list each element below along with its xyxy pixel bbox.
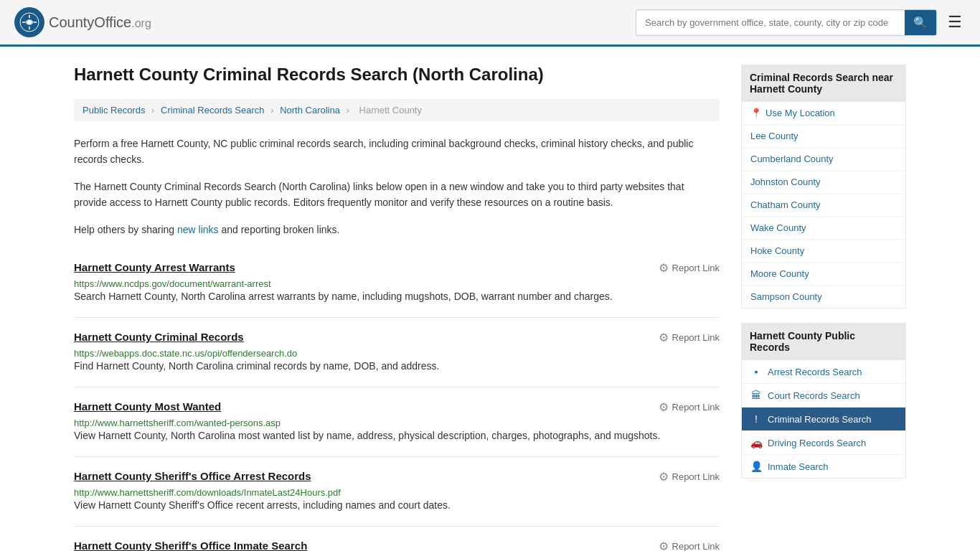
result-item: Harnett County Criminal Records ⚙ Report…	[74, 318, 720, 387]
result-url-3[interactable]: http://www.harnettsheriff.com/downloads/…	[74, 487, 341, 498]
result-title-3[interactable]: Harnett County Sheriff's Office Arrest R…	[74, 470, 311, 482]
result-desc-0: Search Harnett County, North Carolina ar…	[74, 289, 720, 304]
result-desc-3: View Harnett County Sheriff's Office rec…	[74, 498, 720, 513]
search-input[interactable]	[636, 11, 905, 34]
nearby-county-item: Johnston County	[742, 171, 905, 194]
nearby-county-item: Cumberland County	[742, 148, 905, 171]
nearby-county-link-5[interactable]: Hoke County	[742, 240, 905, 263]
pub-rec-item: 👤Inmate Search	[742, 455, 905, 478]
page-title: Harnett County Criminal Records Search (…	[74, 65, 720, 85]
nearby-county-item: Lee County	[742, 125, 905, 148]
nearby-county-item: Wake County	[742, 217, 905, 240]
pub-rec-link-3[interactable]: 🚗Driving Records Search	[742, 431, 905, 454]
nearby-county-link-0[interactable]: Lee County	[742, 125, 905, 148]
results-list: Harnett County Arrest Warrants ⚙ Report …	[74, 248, 720, 551]
result-url-0[interactable]: https://www.ncdps.gov/document/warrant-a…	[74, 278, 271, 289]
pub-rec-link-4[interactable]: 👤Inmate Search	[742, 455, 905, 478]
report-icon: ⚙	[659, 331, 669, 344]
report-link-0[interactable]: ⚙ Report Link	[659, 261, 720, 275]
pub-rec-item: !Criminal Records Search	[742, 408, 905, 431]
report-link-4[interactable]: ⚙ Report Link	[659, 540, 720, 551]
result-url-2[interactable]: http://www.harnettsheriff.com/wanted-per…	[74, 418, 281, 428]
result-title-2[interactable]: Harnett County Most Wanted	[74, 400, 221, 413]
result-url-1[interactable]: https://webapps.doc.state.nc.us/opi/offe…	[74, 348, 297, 359]
result-header: Harnett County Arrest Warrants ⚙ Report …	[74, 261, 720, 275]
nearby-county-link-1[interactable]: Cumberland County	[742, 148, 905, 171]
breadcrumb-public-records[interactable]: Public Records	[83, 105, 145, 116]
pub-rec-link-0[interactable]: ▪Arrest Records Search	[742, 360, 905, 383]
result-item: Harnett County Most Wanted ⚙ Report Link…	[74, 387, 720, 457]
nearby-county-item: Moore County	[742, 263, 905, 286]
report-icon: ⚙	[659, 400, 669, 414]
result-title-4[interactable]: Harnett County Sheriff's Office Inmate S…	[74, 540, 307, 551]
content-area: Harnett County Criminal Records Search (…	[74, 65, 720, 551]
header-right: 🔍 ☰	[636, 9, 966, 36]
nearby-list: 📍Use My Location Lee CountyCumberland Co…	[741, 102, 906, 309]
breadcrumb: Public Records › Criminal Records Search…	[74, 99, 720, 121]
logo-text: CountyOffice.org	[49, 14, 151, 31]
nearby-county-item: Hoke County	[742, 240, 905, 263]
result-header: Harnett County Most Wanted ⚙ Report Link	[74, 400, 720, 414]
report-icon: ⚙	[659, 470, 669, 484]
search-bar: 🔍	[636, 9, 937, 36]
result-item: Harnett County Sheriff's Office Arrest R…	[74, 457, 720, 527]
new-links-link[interactable]: new links	[177, 224, 219, 235]
main-container: Harnett County Criminal Records Search (…	[60, 47, 920, 551]
svg-point-1	[27, 20, 32, 24]
pub-rec-icon-0: ▪	[750, 366, 762, 377]
header: CountyOffice.org 🔍 ☰	[0, 0, 980, 47]
description-3: Help others by sharing new links and rep…	[74, 222, 720, 237]
search-button[interactable]: 🔍	[905, 10, 936, 35]
sidebar: Criminal Records Search near Harnett Cou…	[741, 65, 906, 551]
description-2: The Harnett County Criminal Records Sear…	[74, 179, 720, 211]
use-my-location-item: 📍Use My Location	[742, 102, 905, 125]
result-item: Harnett County Sheriff's Office Inmate S…	[74, 527, 720, 551]
public-records-header: Harnett County Public Records	[741, 323, 906, 360]
nearby-county-link-3[interactable]: Chatham County	[742, 194, 905, 217]
nearby-county-link-4[interactable]: Wake County	[742, 217, 905, 240]
result-item: Harnett County Arrest Warrants ⚙ Report …	[74, 248, 720, 318]
result-header: Harnett County Sheriff's Office Arrest R…	[74, 470, 720, 484]
description-1: Perform a free Harnett County, NC public…	[74, 136, 720, 168]
nearby-county-link-7[interactable]: Sampson County	[742, 286, 905, 308]
result-header: Harnett County Criminal Records ⚙ Report…	[74, 331, 720, 344]
result-title-1[interactable]: Harnett County Criminal Records	[74, 331, 244, 343]
pub-rec-icon-4: 👤	[750, 461, 762, 472]
pub-rec-item: 🚗Driving Records Search	[742, 431, 905, 455]
public-records-list: ▪Arrest Records Search🏛Court Records Sea…	[741, 360, 906, 479]
nearby-section: Criminal Records Search near Harnett Cou…	[741, 65, 906, 309]
nearby-county-link-6[interactable]: Moore County	[742, 263, 905, 286]
pub-rec-link-1[interactable]: 🏛Court Records Search	[742, 384, 905, 407]
nearby-county-item: Sampson County	[742, 286, 905, 308]
pub-rec-link-2[interactable]: !Criminal Records Search	[742, 408, 905, 430]
result-desc-2: View Harnett County, North Carolina most…	[74, 428, 720, 443]
report-link-3[interactable]: ⚙ Report Link	[659, 470, 720, 484]
pub-rec-icon-2: !	[750, 413, 762, 425]
result-header: Harnett County Sheriff's Office Inmate S…	[74, 540, 720, 551]
breadcrumb-criminal-records[interactable]: Criminal Records Search	[161, 105, 265, 116]
report-link-2[interactable]: ⚙ Report Link	[659, 400, 720, 414]
use-my-location-link[interactable]: 📍Use My Location	[742, 102, 905, 125]
report-link-1[interactable]: ⚙ Report Link	[659, 331, 720, 344]
pub-rec-icon-1: 🏛	[750, 390, 762, 401]
logo-area: CountyOffice.org	[14, 7, 151, 37]
result-desc-1: Find Harnett County, North Carolina crim…	[74, 359, 720, 374]
public-records-section: Harnett County Public Records ▪Arrest Re…	[741, 323, 906, 479]
nearby-county-link-2[interactable]: Johnston County	[742, 171, 905, 194]
logo-icon	[14, 7, 44, 37]
result-title-0[interactable]: Harnett County Arrest Warrants	[74, 261, 235, 273]
hamburger-menu-icon[interactable]: ☰	[944, 9, 966, 35]
report-icon: ⚙	[659, 540, 669, 551]
pub-rec-item: ▪Arrest Records Search	[742, 360, 905, 384]
nearby-header: Criminal Records Search near Harnett Cou…	[741, 65, 906, 102]
pub-rec-icon-3: 🚗	[750, 437, 762, 448]
breadcrumb-north-carolina[interactable]: North Carolina	[280, 105, 340, 116]
breadcrumb-current: Harnett County	[359, 105, 422, 116]
report-icon: ⚙	[659, 261, 669, 275]
pub-rec-item: 🏛Court Records Search	[742, 384, 905, 408]
nearby-county-item: Chatham County	[742, 194, 905, 217]
